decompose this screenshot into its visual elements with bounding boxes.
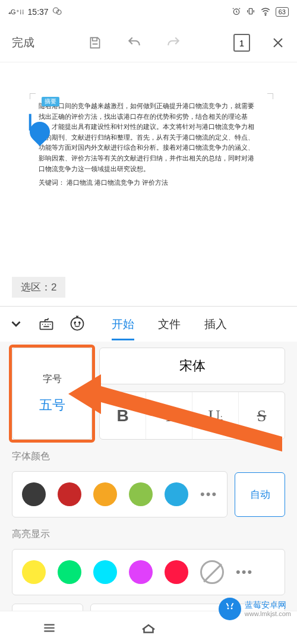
- selection-count: 选区：2: [12, 277, 65, 298]
- underline-button[interactable]: U·: [192, 392, 239, 439]
- highlight-palette: •••: [12, 549, 285, 595]
- undo-icon[interactable]: [127, 35, 142, 50]
- svg-point-10: [227, 608, 229, 610]
- no-highlight-icon[interactable]: [200, 560, 224, 584]
- more-highlight-icon[interactable]: •••: [236, 564, 253, 580]
- highlight-swatch[interactable]: [58, 560, 81, 584]
- status-time: 15:37: [28, 7, 49, 17]
- bold-button[interactable]: B: [100, 392, 146, 439]
- highlight-swatch[interactable]: [93, 560, 117, 584]
- document-canvas[interactable]: 摘要 随着港口间的竞争越来越激烈，如何做到正确提升港口物流竞争力，就需要找出正确…: [0, 62, 297, 306]
- section-highlight: 高亮显示: [12, 528, 285, 541]
- color-swatch[interactable]: [22, 482, 46, 506]
- more-colors-icon[interactable]: •••: [200, 487, 217, 502]
- tutorial-highlight: [9, 345, 95, 443]
- font-size-label: 字号: [43, 373, 62, 386]
- heading-badge: 摘要: [42, 97, 59, 106]
- doc-keywords[interactable]: 关键词： 港口物流 港口物流竞争力 评价方法: [39, 178, 258, 188]
- auto-color-button[interactable]: 自动: [235, 472, 285, 517]
- highlight-swatch[interactable]: [129, 560, 153, 584]
- watermark-name: 蓝莓安卓网: [245, 600, 291, 610]
- save-icon[interactable]: [87, 35, 103, 50]
- tab-start[interactable]: 开始: [112, 317, 134, 332]
- color-swatch[interactable]: [58, 482, 81, 506]
- watermark: 蓝莓安卓网 www.lmkjst.com: [219, 598, 291, 620]
- alarm-icon: [232, 7, 241, 18]
- svg-point-11: [230, 608, 232, 610]
- italic-button[interactable]: I: [146, 392, 192, 439]
- color-swatch[interactable]: [93, 482, 117, 506]
- vibrate-icon: [246, 7, 255, 18]
- svg-rect-5: [40, 321, 53, 329]
- panel-tabs: 开始 文件 插入: [0, 306, 297, 342]
- color-swatch[interactable]: [165, 482, 188, 506]
- battery-indicator: 63: [276, 7, 289, 17]
- svg-point-7: [75, 321, 75, 322]
- done-button[interactable]: 完成: [12, 35, 34, 50]
- font-size-value: 五号: [39, 396, 65, 414]
- format-panel: 字号 五号 宋体 B I U· S 字体颜色 ••• 自动 高亮显示: [0, 342, 297, 627]
- editor-toolbar: 完成 1: [0, 24, 297, 62]
- page-corner: [30, 93, 36, 99]
- highlight-swatch[interactable]: [22, 560, 46, 584]
- page-indicator[interactable]: 1: [233, 34, 250, 52]
- font-name-selector[interactable]: 宋体: [99, 348, 285, 384]
- svg-point-4: [265, 14, 266, 15]
- page-corner: [267, 93, 273, 99]
- chevron-down-icon[interactable]: [8, 316, 25, 333]
- section-font-color: 字体颜色: [12, 450, 285, 463]
- nav-menu-icon[interactable]: [39, 617, 60, 639]
- font-color-palette: •••: [12, 471, 228, 517]
- keyboard-icon[interactable]: [38, 315, 56, 333]
- color-swatch[interactable]: [129, 482, 153, 506]
- signal-icon: ₄G⁺⁞⁞: [8, 9, 24, 15]
- wechat-icon: [52, 6, 63, 18]
- font-size-selector[interactable]: 字号 五号: [12, 348, 92, 440]
- status-bar: ₄G⁺⁞⁞ 15:37 63: [0, 0, 297, 24]
- svg-point-8: [79, 321, 80, 322]
- wifi-icon: [260, 6, 271, 18]
- close-icon[interactable]: [271, 36, 285, 50]
- watermark-logo-icon: [219, 598, 241, 620]
- nav-home-icon[interactable]: [138, 617, 159, 639]
- strikethrough-button[interactable]: S: [239, 392, 285, 439]
- watermark-url: www.lmkjst.com: [245, 610, 291, 618]
- tab-insert[interactable]: 插入: [204, 317, 227, 332]
- svg-point-6: [71, 317, 84, 330]
- doc-body[interactable]: 随着港口间的竞争越来越激烈，如何做到正确提升港口物流竞争力，就需要找出正确的评价…: [39, 101, 258, 174]
- highlight-swatch[interactable]: [165, 560, 188, 584]
- voice-icon[interactable]: [69, 315, 87, 333]
- redo-icon[interactable]: [166, 35, 181, 50]
- svg-rect-3: [249, 8, 252, 14]
- tab-file[interactable]: 文件: [158, 317, 181, 332]
